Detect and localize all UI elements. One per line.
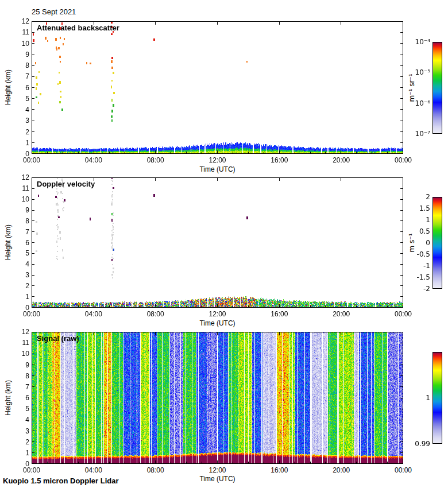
colorbar-tick-label: 1	[401, 394, 430, 402]
backscatter-y-axis-label: Height (km)	[4, 69, 12, 105]
y-tick-label: 4	[13, 106, 29, 114]
colorbar-tick-label: 0.99	[401, 440, 430, 448]
backscatter-colorbar	[432, 42, 442, 134]
colorbar-tick-label: 0.5	[401, 227, 430, 236]
y-tick-label: 7	[13, 72, 29, 80]
y-tick-label: 8	[13, 217, 29, 225]
x-tick-label: 12:00	[204, 310, 231, 318]
x-tick-label: 12:00	[204, 156, 231, 164]
colorbar-tick-label: 2	[401, 193, 430, 202]
y-tick-label: 9	[13, 206, 29, 214]
backscatter-colorbar-unit: m⁻¹ sr⁻¹	[408, 74, 416, 102]
x-tick-label: 00:00	[389, 466, 417, 474]
x-tick-label: 16:00	[265, 466, 293, 474]
y-tick-label: 9	[13, 361, 29, 369]
y-tick-label: 7	[13, 383, 29, 391]
x-tick-label: 08:00	[142, 466, 169, 474]
instrument-label: Kuopio 1.5 micron Doppler Lidar	[3, 477, 119, 485]
backscatter-x-axis-label: Time (UTC)	[183, 165, 252, 173]
y-tick-label: 1	[13, 449, 29, 457]
x-tick-label: 04:00	[80, 156, 107, 164]
y-tick-label: 11	[13, 184, 29, 192]
y-tick-label: 3	[13, 271, 29, 279]
x-tick-label: 20:00	[327, 310, 355, 318]
colorbar-tick-label: 10⁻⁶	[401, 99, 430, 108]
x-tick-label: 00:00	[18, 466, 45, 474]
y-tick-label: 6	[13, 239, 29, 247]
x-tick-label: 04:00	[80, 466, 107, 474]
x-tick-label: 00:00	[18, 156, 45, 164]
x-tick-label: 20:00	[327, 156, 355, 164]
y-tick-label: 5	[13, 249, 29, 257]
velocity-y-axis-label: Height (km)	[4, 224, 12, 260]
y-tick-label: 11	[13, 339, 29, 347]
y-tick-label: 8	[13, 61, 29, 69]
colorbar-tick-label: 0	[401, 239, 430, 247]
x-tick-label: 20:00	[327, 466, 355, 474]
x-tick-label: 08:00	[142, 310, 169, 318]
date-label: 25 Sept 2021	[32, 7, 76, 16]
y-tick-label: 3	[13, 117, 29, 125]
y-tick-label: 10	[13, 40, 29, 48]
y-tick-label: 10	[13, 350, 29, 358]
signal-title: Signal (raw)	[37, 334, 79, 343]
colorbar-tick-label: -0.5	[401, 250, 430, 259]
colorbar-tick-label: 1.5	[401, 204, 430, 213]
y-tick-label: 4	[13, 260, 29, 268]
x-tick-label: 00:00	[18, 310, 45, 318]
velocity-x-axis-label: Time (UTC)	[183, 319, 252, 327]
y-tick-label: 9	[13, 51, 29, 59]
y-tick-label: 6	[13, 394, 29, 402]
colorbar-tick-label: 1	[401, 216, 430, 224]
colorbar-tick-label: 10⁻⁷	[401, 130, 430, 138]
y-tick-label: 12	[13, 328, 29, 336]
signal-x-axis-label: Time (UTC)	[183, 475, 252, 483]
x-tick-label: 04:00	[80, 310, 107, 318]
y-tick-label: 12	[13, 17, 29, 25]
y-tick-label: 1	[13, 293, 29, 301]
velocity-colorbar	[432, 197, 442, 289]
backscatter-heatmap	[32, 21, 403, 154]
y-tick-label: 4	[13, 416, 29, 424]
signal-heatmap	[32, 332, 403, 464]
y-tick-label: 11	[13, 28, 29, 36]
y-tick-label: 1	[13, 139, 29, 147]
colorbar-tick-label: 10⁻⁴	[401, 38, 430, 47]
x-tick-label: 00:00	[389, 310, 417, 318]
y-tick-label: 5	[13, 405, 29, 413]
signal-colorbar	[432, 352, 442, 444]
y-tick-label: 7	[13, 228, 29, 236]
backscatter-title: Attenuated backscatter	[37, 24, 119, 32]
signal-y-axis-label: Height (km)	[4, 380, 12, 416]
y-tick-label: 6	[13, 84, 29, 92]
x-tick-label: 08:00	[142, 156, 169, 164]
y-tick-label: 5	[13, 95, 29, 103]
colorbar-tick-label: -2	[401, 285, 430, 293]
y-tick-label: 8	[13, 372, 29, 380]
y-tick-label: 2	[13, 282, 29, 290]
colorbar-tick-label: 10⁻⁵	[401, 68, 430, 77]
y-tick-label: 2	[13, 128, 29, 136]
colorbar-tick-label: -1	[401, 262, 430, 270]
velocity-heatmap	[32, 177, 403, 308]
x-tick-label: 12:00	[204, 466, 231, 474]
x-tick-label: 16:00	[265, 156, 293, 164]
y-tick-label: 3	[13, 427, 29, 435]
velocity-title: Doppler velocity	[37, 180, 95, 188]
y-tick-label: 12	[13, 173, 29, 181]
lidar-quicklook-page: 25 Sept 2021 Attenuated backscatter Heig…	[0, 0, 448, 488]
y-tick-label: 10	[13, 195, 29, 203]
x-tick-label: 16:00	[265, 310, 293, 318]
x-tick-label: 00:00	[389, 156, 417, 164]
colorbar-tick-label: -1.5	[401, 273, 430, 282]
y-tick-label: 2	[13, 438, 29, 446]
